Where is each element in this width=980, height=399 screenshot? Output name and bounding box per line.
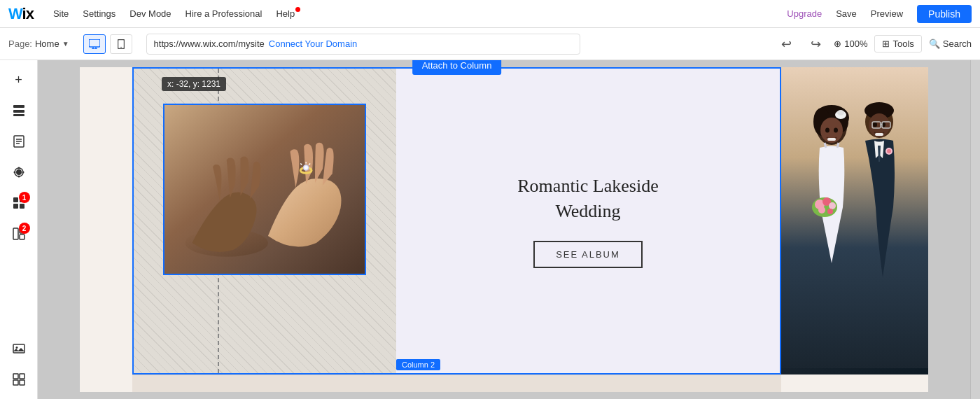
page-label-text: Page: xyxy=(8,38,32,49)
left-sidebar: + 1 2 xyxy=(0,60,38,399)
desktop-device-btn[interactable] xyxy=(83,34,106,54)
column-2: Romantic Lakeside Wedding SEE ALBUM xyxy=(396,69,780,373)
svg-point-46 xyxy=(837,110,844,115)
svg-rect-6 xyxy=(13,105,24,108)
nav-upgrade[interactable]: Upgrade xyxy=(787,8,822,19)
redo-button[interactable]: ↪ xyxy=(804,33,827,55)
columns-container: Romantic Lakeside Wedding SEE ALBUM xyxy=(134,69,780,373)
svg-rect-19 xyxy=(13,197,18,202)
svg-rect-40 xyxy=(781,67,928,368)
market-badge: 2 xyxy=(19,223,30,234)
wedding-couple-image xyxy=(781,67,928,374)
column-2-label: Column 2 xyxy=(396,359,440,370)
toolbar-actions: ↩ ↪ ⊕ 100% ⊞ Tools 🔍 Search xyxy=(775,33,972,55)
svg-rect-0 xyxy=(89,39,100,47)
market-btn[interactable]: 2 xyxy=(5,220,33,248)
svg-rect-62 xyxy=(875,133,883,136)
publish-button[interactable]: Publish xyxy=(917,5,972,23)
svg-rect-31 xyxy=(20,380,24,385)
svg-rect-7 xyxy=(13,110,24,113)
svg-rect-50 xyxy=(827,138,836,141)
svg-rect-25 xyxy=(20,234,24,239)
design-tools-btn[interactable] xyxy=(5,158,33,186)
svg-line-52 xyxy=(837,143,839,148)
url-text: https://www.wix.com/mysite xyxy=(154,38,265,49)
svg-rect-28 xyxy=(13,374,18,379)
wix-logo: Wix xyxy=(8,5,34,23)
page-name-text: Home xyxy=(35,38,59,49)
svg-rect-22 xyxy=(20,204,24,209)
device-switcher xyxy=(83,34,132,54)
svg-rect-26 xyxy=(13,344,24,353)
svg-point-63 xyxy=(873,122,877,127)
page-selector-chevron-icon: ▼ xyxy=(62,40,69,48)
svg-point-49 xyxy=(834,128,838,133)
top-navigation: Wix Site Settings Dev Mode Hire a Profes… xyxy=(0,0,980,28)
svg-point-16 xyxy=(18,176,20,178)
svg-point-58 xyxy=(827,209,833,214)
help-notification-dot xyxy=(295,7,300,12)
wedding-ring-image[interactable] xyxy=(163,104,366,275)
right-scrollbar[interactable] xyxy=(970,60,980,399)
canvas-area[interactable]: Attach to Column x: -32, y: 1231 xyxy=(38,60,970,399)
add-elements-btn[interactable]: + xyxy=(5,66,33,94)
bottom-strip xyxy=(132,374,781,392)
nav-help[interactable]: Help xyxy=(276,8,295,19)
attach-to-column-button[interactable]: Attach to Column xyxy=(412,60,502,75)
wedding-title: Romantic Lakeside Wedding xyxy=(517,174,658,225)
nav-hire[interactable]: Hire a Professional xyxy=(186,8,262,19)
svg-rect-21 xyxy=(13,204,18,209)
ring-scene-svg xyxy=(164,104,365,275)
svg-point-36 xyxy=(304,166,308,169)
nav-preview[interactable]: Preview xyxy=(871,8,903,19)
search-button[interactable]: 🔍 Search xyxy=(929,38,972,49)
media-btn[interactable] xyxy=(5,335,33,363)
svg-point-13 xyxy=(16,169,22,175)
couple-svg xyxy=(781,67,928,368)
section-outline: Attach to Column x: -32, y: 1231 xyxy=(132,67,781,374)
tools-icon: ⊞ xyxy=(882,38,890,49)
coordinate-tooltip: x: -32, y: 1231 xyxy=(162,77,226,91)
svg-point-27 xyxy=(15,346,18,349)
nav-site[interactable]: Site xyxy=(53,8,69,19)
svg-point-17 xyxy=(13,172,15,174)
see-album-button[interactable]: SEE ALBUM xyxy=(533,241,643,268)
grid-btn[interactable] xyxy=(5,365,33,393)
pages-btn[interactable] xyxy=(5,127,33,155)
svg-rect-30 xyxy=(13,380,18,385)
svg-rect-8 xyxy=(13,114,24,116)
zoom-value: 100% xyxy=(844,38,867,49)
layout-btn[interactable] xyxy=(5,97,33,125)
svg-point-48 xyxy=(825,128,830,133)
main-area: + 1 2 Attach to xyxy=(0,60,980,399)
search-icon: 🔍 xyxy=(929,38,940,49)
right-photo-column xyxy=(781,67,928,374)
page-content: Attach to Column x: -32, y: 1231 xyxy=(80,67,928,392)
svg-line-51 xyxy=(825,143,826,148)
svg-rect-23 xyxy=(13,228,18,239)
column-1[interactable] xyxy=(134,69,396,373)
apps-badge: 1 xyxy=(19,192,30,203)
undo-button[interactable]: ↩ xyxy=(775,33,797,55)
add-icon: + xyxy=(15,73,22,88)
tools-button[interactable]: ⊞ Tools xyxy=(874,35,921,52)
connect-domain-link[interactable]: Connect Your Domain xyxy=(269,38,357,49)
svg-point-57 xyxy=(818,206,825,214)
svg-point-18 xyxy=(22,172,24,174)
zoom-icon: ⊕ xyxy=(834,38,841,49)
editor-toolbar: Page: Home ▼ https://www.wix.com/mysite … xyxy=(0,28,980,60)
svg-point-15 xyxy=(18,167,20,169)
nav-settings[interactable]: Settings xyxy=(83,8,115,19)
url-bar[interactable]: https://www.wix.com/mysite Connect Your … xyxy=(146,34,580,55)
zoom-control[interactable]: ⊕ 100% xyxy=(834,38,867,49)
nav-devmode[interactable]: Dev Mode xyxy=(130,8,171,19)
apps-btn[interactable]: 1 xyxy=(5,189,33,217)
svg-point-56 xyxy=(829,202,836,209)
page-selector[interactable]: Page: Home ▼ xyxy=(8,38,69,49)
mobile-device-btn[interactable] xyxy=(110,34,132,54)
svg-rect-29 xyxy=(20,374,24,379)
svg-point-5 xyxy=(120,46,122,48)
nav-save[interactable]: Save xyxy=(836,8,857,19)
svg-point-69 xyxy=(887,149,891,153)
